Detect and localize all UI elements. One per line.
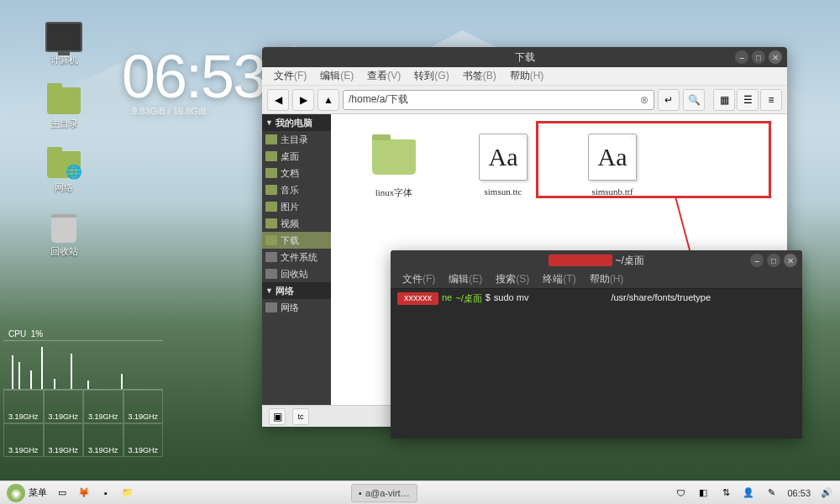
redacted-text: xxxxxxxx [549, 255, 612, 266]
menu-terminal[interactable]: 终端(T) [538, 270, 580, 288]
fm-titlebar[interactable]: 下载 ‒ □ ✕ [262, 47, 787, 67]
address-path: /home/a/下载 [349, 92, 408, 107]
term-title: ~/桌面 [616, 254, 644, 268]
close-button[interactable]: ✕ [784, 254, 797, 267]
menu-go[interactable]: 转到(G) [409, 67, 454, 85]
fm-sidebar: ▼我的电脑 主目录 桌面 文档 音乐 图片 视频 下载 文件系统 回收站 ▼网络… [262, 114, 331, 405]
font-file-icon: Aa [479, 134, 528, 181]
sidebar-item-filesystem[interactable]: 文件系统 [262, 249, 331, 265]
launcher-firefox[interactable]: 🦊 [74, 483, 94, 503]
folder-icon [372, 139, 416, 175]
desktop-icon-home[interactable]: 主目录 [39, 86, 89, 130]
terminal-window: xxxxxxxx ~/桌面 ‒ □ ✕ 文件(F) 编辑(E) 搜索(S) 终端… [391, 250, 802, 438]
menu-edit[interactable]: 编辑(E) [444, 270, 487, 288]
icon-label: 网络 [39, 181, 89, 194]
folder-network-icon [47, 151, 81, 178]
menu-help[interactable]: 帮助(H) [585, 270, 629, 288]
desktop-icon-network[interactable]: 网络 [39, 150, 89, 194]
clock-widget: 06:53 9.83GiB / 16.8GiB [122, 42, 265, 116]
menu-view[interactable]: 查看(V) [362, 67, 406, 85]
tray-updates-icon[interactable]: ◧ [693, 483, 713, 503]
annotation-highlight-box [536, 121, 771, 198]
fm-menubar: 文件(F) 编辑(E) 查看(V) 转到(G) 书签(B) 帮助(H) [262, 67, 787, 86]
sidebar-section-network[interactable]: ▼网络 [262, 282, 331, 299]
menu-edit[interactable]: 编辑(E) [315, 67, 359, 85]
cpu-graph [3, 341, 163, 390]
menu-file[interactable]: 文件(F) [397, 270, 440, 288]
sidebar-item-home[interactable]: 主目录 [262, 131, 331, 148]
sidebar-item-desktop[interactable]: 桌面 [262, 148, 331, 165]
taskbar: ◉ 菜单 ▭ 🦊 ▪ 📁 ▪ a@a-virt… 🛡 ◧ ⇅ 👤 ✎ 06:53… [0, 480, 840, 504]
term-command-post: /usr/share/fonts/truetype [611, 292, 711, 305]
minimize-button[interactable]: ‒ [735, 50, 748, 64]
view-icons-button[interactable]: ▦ [713, 89, 735, 111]
sidebar-item-documents[interactable]: 文档 [262, 165, 331, 181]
show-desktop-button[interactable]: ▭ [52, 483, 72, 503]
term-path: ~/桌面 [455, 292, 481, 305]
start-menu-button[interactable]: ◉ 菜单 [3, 483, 50, 503]
tray-shield-icon[interactable]: 🛡 [670, 483, 690, 503]
icon-label: 回收站 [39, 245, 89, 258]
search-button[interactable]: 🔍 [683, 89, 705, 111]
folder-home-icon [47, 87, 81, 114]
fm-title: 下载 [515, 50, 535, 65]
cpu-widget: CPU 1% 3.19GHz 3.19GHz 3.19GHz 3.19GHz 3… [3, 328, 163, 462]
desktop-icon-computer[interactable]: 计算机 [39, 22, 89, 66]
nav-forward-button[interactable]: ▶ [292, 89, 314, 111]
file-item-simsunb-ttf[interactable]: Aa simsunb.ttf [575, 131, 650, 197]
file-item-folder[interactable]: linux字体 [356, 131, 432, 199]
launcher-files[interactable]: 📁 [118, 483, 138, 503]
trash-icon [51, 214, 76, 243]
close-button[interactable]: ✕ [769, 50, 782, 64]
terminal-body[interactable]: xxxxxxne ~/桌面 $ sudo mv /usr/share/fonts… [391, 289, 802, 438]
disk-usage: 9.83GiB / 16.8GiB [132, 106, 207, 116]
tray-pen-icon[interactable]: ✎ [761, 483, 781, 503]
redacted-user: xxxxxx [397, 292, 438, 305]
view-list-button[interactable]: ☰ [737, 89, 759, 111]
clear-address-icon[interactable]: ⊗ [640, 94, 648, 106]
taskbar-active-task[interactable]: ▪ a@a-virt… [351, 484, 417, 502]
taskbar-clock[interactable]: 06:53 [784, 488, 814, 498]
fm-toolbar: ◀ ▶ ▲ /home/a/下载 ⊗ ↵ 🔍 ▦ ☰ ≡ [262, 86, 787, 114]
terminal-toggle-button[interactable]: tc [292, 408, 309, 425]
sidebar-item-videos[interactable]: 视频 [262, 215, 331, 232]
tray-user-icon[interactable]: 👤 [738, 483, 759, 503]
view-compact-button[interactable]: ≡ [760, 89, 782, 111]
desktop-icon-trash[interactable]: 回收站 [39, 213, 89, 258]
font-file-icon: Aa [588, 134, 637, 181]
clock-time: 06:53 [122, 42, 265, 111]
tray-network-icon[interactable]: ⇅ [716, 483, 736, 503]
term-command-pre: sudo mv [494, 292, 529, 305]
term-menubar: 文件(F) 编辑(E) 搜索(S) 终端(T) 帮助(H) [391, 270, 802, 289]
maximize-button[interactable]: □ [752, 50, 765, 64]
nav-back-button[interactable]: ◀ [267, 89, 289, 111]
menu-search[interactable]: 搜索(S) [491, 270, 534, 288]
menu-bookmarks[interactable]: 书签(B) [458, 67, 501, 85]
sidebar-item-trash[interactable]: 回收站 [262, 265, 331, 282]
sidebar-section-computer[interactable]: ▼我的电脑 [262, 114, 331, 131]
tray-volume-icon[interactable]: 🔊 [816, 483, 837, 503]
maximize-button[interactable]: □ [767, 254, 780, 267]
sidebar-item-pictures[interactable]: 图片 [262, 198, 331, 215]
monitor-icon [45, 22, 82, 52]
address-bar[interactable]: /home/a/下载 ⊗ [343, 90, 654, 110]
sidebar-item-downloads[interactable]: 下载 [262, 232, 331, 249]
cpu-percent: 1% [31, 329, 43, 339]
menu-file[interactable]: 文件(F) [269, 67, 312, 85]
minimize-button[interactable]: ‒ [750, 254, 764, 267]
icon-label: 计算机 [39, 54, 89, 66]
nav-up-button[interactable]: ▲ [318, 89, 339, 111]
icon-label: 主目录 [39, 118, 89, 130]
menu-help[interactable]: 帮助(H) [505, 67, 549, 85]
mint-logo-icon: ◉ [7, 484, 25, 502]
launcher-terminal[interactable]: ▪ [96, 483, 116, 503]
go-button[interactable]: ↵ [658, 89, 680, 111]
sidebar-item-music[interactable]: 音乐 [262, 181, 331, 198]
sidebar-toggle-button[interactable]: ▣ [269, 408, 286, 425]
sidebar-item-network[interactable]: 网络 [262, 299, 331, 316]
file-item-simsun-ttc[interactable]: Aa simsun.ttc [465, 131, 541, 197]
term-titlebar[interactable]: xxxxxxxx ~/桌面 ‒ □ ✕ [391, 250, 802, 270]
